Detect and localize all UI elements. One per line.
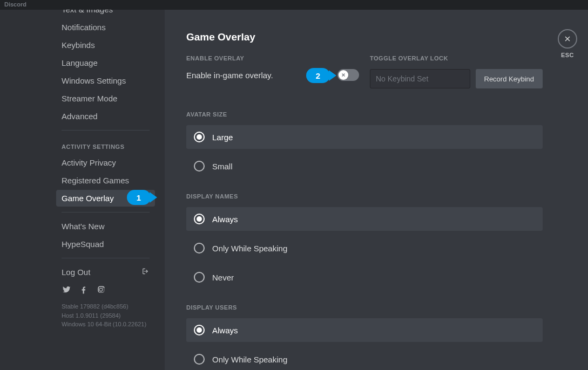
radio-label: Always xyxy=(212,326,238,335)
version-info: Stable 179882 (d4bc856) Host 1.0.9011 (2… xyxy=(56,302,155,329)
radio-icon xyxy=(194,161,205,172)
keybind-input[interactable]: No Keybind Set xyxy=(370,69,470,88)
divider xyxy=(62,258,150,258)
logout-label: Log Out xyxy=(62,268,90,277)
toggle-knob xyxy=(339,70,348,80)
sidebar-item-hypesquad[interactable]: HypeSquad xyxy=(56,236,155,252)
display-users-group: Always Only While Speaking xyxy=(186,318,543,365)
facebook-icon[interactable] xyxy=(79,285,89,297)
radio-icon xyxy=(194,272,205,283)
sidebar-item-label: Game Overlay xyxy=(62,194,114,203)
sidebar-item-whats-new[interactable]: What's New xyxy=(56,218,155,235)
sidebar-item-windows-settings[interactable]: Windows Settings xyxy=(56,72,155,89)
enable-overlay-label: ENABLE OVERLAY xyxy=(186,55,359,61)
names-option-always[interactable]: Always xyxy=(186,207,543,231)
logout-icon xyxy=(142,268,150,277)
avatar-size-group: Large Small xyxy=(186,125,543,178)
radio-icon xyxy=(194,325,205,335)
twitter-icon[interactable] xyxy=(62,285,71,297)
settings-sidebar: Text & Images Notifications Keybinds Lan… xyxy=(0,10,165,370)
sidebar-item-registered-games[interactable]: Registered Games xyxy=(56,172,155,189)
settings-content: ESC Game Overlay ENABLE OVERLAY Enable i… xyxy=(165,10,588,370)
close-button[interactable] xyxy=(558,29,577,49)
annotation-callout-1: 1 xyxy=(127,190,151,205)
radio-icon xyxy=(194,214,205,224)
sidebar-item-activity-privacy[interactable]: Activity Privacy xyxy=(56,154,155,171)
social-links xyxy=(56,282,155,302)
sidebar-item-notifications[interactable]: Notifications xyxy=(56,19,155,36)
display-names-group: Always Only While Speaking Never xyxy=(186,207,543,289)
toggle-lock-label: TOGGLE OVERLAY LOCK xyxy=(370,55,543,61)
radio-label: Small xyxy=(212,162,233,171)
names-option-speaking[interactable]: Only While Speaking xyxy=(186,236,543,260)
annotation-callout-2: 2 xyxy=(306,68,330,83)
esc-label: ESC xyxy=(558,52,577,58)
sidebar-header-activity: ACTIVITY SETTINGS xyxy=(56,136,155,153)
radio-label: Never xyxy=(212,273,234,282)
page-title: Game Overlay xyxy=(186,31,543,43)
record-keybind-button[interactable]: Record Keybind xyxy=(476,69,543,88)
enable-overlay-text: Enable in-game overlay. xyxy=(186,71,273,80)
radio-icon xyxy=(194,132,205,142)
names-option-never[interactable]: Never xyxy=(186,265,543,289)
radio-icon xyxy=(194,354,205,365)
sidebar-item-streamer-mode[interactable]: Streamer Mode xyxy=(56,90,155,107)
sidebar-item-advanced[interactable]: Advanced xyxy=(56,108,155,125)
sidebar-item-language[interactable]: Language xyxy=(56,54,155,71)
sidebar-item-logout[interactable]: Log Out xyxy=(56,264,155,280)
instagram-icon[interactable] xyxy=(96,285,106,297)
radio-label: Always xyxy=(212,215,238,224)
enable-overlay-toggle[interactable] xyxy=(337,69,359,81)
users-option-always[interactable]: Always xyxy=(186,318,543,342)
radio-label: Only While Speaking xyxy=(212,244,287,253)
window-titlebar: Discord xyxy=(0,0,588,10)
divider xyxy=(62,130,150,131)
avatar-option-small[interactable]: Small xyxy=(186,154,543,178)
avatar-size-label: AVATAR SIZE xyxy=(186,111,543,118)
divider xyxy=(62,212,150,213)
users-option-speaking[interactable]: Only While Speaking xyxy=(186,347,543,365)
display-users-label: DISPLAY USERS xyxy=(186,304,543,311)
radio-icon xyxy=(194,243,205,253)
display-names-label: DISPLAY NAMES xyxy=(186,193,543,200)
sidebar-item-keybinds[interactable]: Keybinds xyxy=(56,37,155,53)
avatar-option-large[interactable]: Large xyxy=(186,125,543,149)
sidebar-item-game-overlay[interactable]: Game Overlay 1 xyxy=(56,190,155,207)
radio-label: Large xyxy=(212,133,233,142)
radio-label: Only While Speaking xyxy=(212,355,287,364)
sidebar-item-text-images[interactable]: Text & Images xyxy=(56,10,155,18)
